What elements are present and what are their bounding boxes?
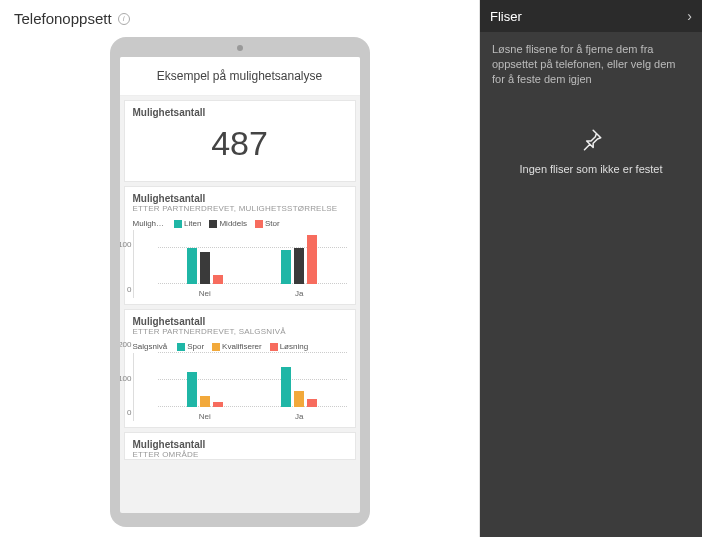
- swatch-icon: [174, 220, 182, 228]
- bar: [294, 391, 304, 407]
- left-header: Telefonoppsett i: [0, 0, 479, 33]
- bar: [281, 367, 291, 408]
- swatch-icon: [209, 220, 217, 228]
- chart-legend: Muligh… Liten Middels Stor: [133, 219, 347, 228]
- tiles-pane-title: Fliser: [490, 9, 522, 24]
- empty-state: Ingen fliser som ikke er festet: [480, 127, 702, 175]
- legend-item: Kvalifiserer: [212, 342, 262, 351]
- empty-state-text: Ingen fliser som ikke er festet: [519, 163, 662, 175]
- bar: [187, 248, 197, 284]
- phone-speaker-dot: [237, 45, 243, 51]
- legend-item: Liten: [174, 219, 201, 228]
- bar: [281, 250, 291, 284]
- phone-frame: Eksempel på mulighetsanalyse Mulighetsan…: [110, 37, 370, 527]
- swatch-icon: [270, 343, 278, 351]
- bar: [187, 372, 197, 407]
- tiles-pane-description: Løsne flisene for å fjerne dem fra oppse…: [480, 32, 702, 97]
- bar: [200, 252, 210, 284]
- chevron-right-icon: ›: [687, 8, 692, 24]
- bar-chart: 0100200NeiJa: [133, 353, 347, 421]
- swatch-icon: [255, 220, 263, 228]
- swatch-icon: [177, 343, 185, 351]
- tile-subtitle: ETTER PARTNERDREVET, MULIGHETSSTØRRELSE: [133, 204, 347, 213]
- tile-title: Mulighetsantall: [133, 193, 347, 204]
- chart-legend: Salgsnivå Spor Kvalifiserer Løsning: [133, 342, 347, 351]
- dashboard-title: Eksempel på mulighetsanalyse: [120, 57, 360, 96]
- tile-subtitle: ETTER PARTNERDREVET, SALGSNIVÅ: [133, 327, 347, 336]
- bar: [213, 275, 223, 284]
- tiles-pane: Fliser › Løsne flisene for å fjerne dem …: [480, 0, 702, 537]
- legend-lead: Muligh…: [133, 219, 165, 228]
- phone-screen: Eksempel på mulighetsanalyse Mulighetsan…: [120, 57, 360, 513]
- phone-layout-pane: Telefonoppsett i Eksempel på mulighetsan…: [0, 0, 480, 537]
- pin-icon: [578, 127, 604, 153]
- bar-chart: 0100NeiJa: [133, 230, 347, 298]
- tile-title: Mulighetsantall: [133, 439, 347, 450]
- bar: [307, 235, 317, 284]
- swatch-icon: [212, 343, 220, 351]
- bar: [294, 248, 304, 284]
- tile-kpi[interactable]: Mulighetsantall 487: [124, 100, 356, 182]
- tile-chart-size[interactable]: Mulighetsantall ETTER PARTNERDREVET, MUL…: [124, 186, 356, 305]
- tile-title: Mulighetsantall: [133, 107, 347, 118]
- legend-item: Stor: [255, 219, 280, 228]
- bar: [307, 399, 317, 407]
- tiles-container: Mulighetsantall 487 Mulighetsantall ETTE…: [120, 96, 360, 513]
- bar: [213, 402, 223, 407]
- tile-title: Mulighetsantall: [133, 316, 347, 327]
- legend-item: Spor: [177, 342, 204, 351]
- legend-item: Løsning: [270, 342, 308, 351]
- tile-chart-region[interactable]: Mulighetsantall ETTER OMRÅDE: [124, 432, 356, 460]
- tile-chart-salesstage[interactable]: Mulighetsantall ETTER PARTNERDREVET, SAL…: [124, 309, 356, 428]
- tiles-pane-header[interactable]: Fliser ›: [480, 0, 702, 32]
- kpi-value: 487: [133, 118, 347, 175]
- phone-area: Eksempel på mulighetsanalyse Mulighetsan…: [0, 33, 479, 537]
- legend-item: Middels: [209, 219, 247, 228]
- info-icon[interactable]: i: [118, 13, 130, 25]
- bar: [200, 396, 210, 407]
- page-title: Telefonoppsett: [14, 10, 112, 27]
- tile-subtitle: ETTER OMRÅDE: [133, 450, 347, 459]
- legend-lead: Salgsnivå: [133, 342, 168, 351]
